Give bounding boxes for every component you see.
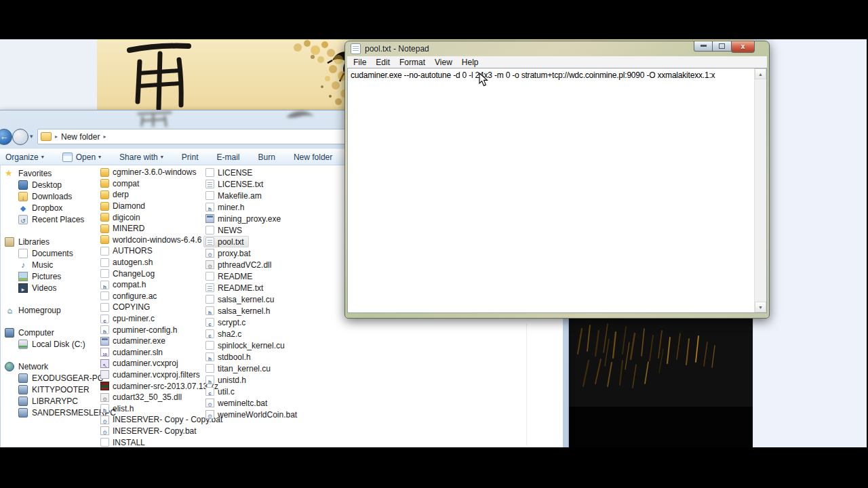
background-pale-panel-left <box>0 39 97 110</box>
sidebar-item[interactable]: Documents <box>1 247 94 259</box>
menu-item[interactable]: Format <box>395 58 430 67</box>
toolbar-button[interactable]: Print <box>182 152 199 162</box>
file-row[interactable]: salsa_kernel.h <box>203 305 275 317</box>
menu-item[interactable]: View <box>430 58 457 67</box>
file-row[interactable]: Diamond <box>98 201 150 212</box>
sidebar-item[interactable]: Favorites <box>1 167 94 179</box>
file-row[interactable]: compat.h <box>98 279 151 291</box>
menu-item[interactable]: Help <box>457 58 484 67</box>
file-row[interactable]: cudaminer.vcxproj <box>98 358 183 369</box>
file-row[interactable]: README <box>203 270 257 282</box>
file-row[interactable]: unistd.h <box>203 374 251 386</box>
file-row[interactable]: worldcoin-windows-6.4.6 <box>98 235 206 246</box>
sidebar-item[interactable]: Computer <box>1 327 94 338</box>
file-row[interactable]: cpu-miner.c <box>98 313 159 325</box>
sidebar-item[interactable]: SANDERSMESLERPC <box>1 407 94 418</box>
notepad-text-line: cudaminer.exe --no-autotune -d 0 -l 24x3… <box>351 70 751 80</box>
toolbar-button[interactable]: Share with ▾ <box>119 152 163 162</box>
file-row[interactable]: AUTHORS <box>98 245 157 257</box>
sidebar-item[interactable]: Videos <box>1 282 94 293</box>
file-row[interactable]: wemineWorldCoin.bat <box>203 409 302 420</box>
sidebar-item[interactable]: Libraries <box>1 236 94 247</box>
c-file-icon <box>205 318 214 327</box>
notepad-icon <box>351 43 361 54</box>
file-row[interactable]: configure.ac <box>98 291 161 302</box>
sidebar-item[interactable]: Desktop <box>1 179 94 190</box>
file-row[interactable]: util.c <box>203 386 239 397</box>
sidebar-item[interactable]: EXODUSGEAR-PC <box>1 372 94 384</box>
minimize-button[interactable] <box>694 41 713 52</box>
sidebar-item[interactable]: Local Disk (C:) <box>1 338 94 350</box>
folder-icon <box>100 202 109 211</box>
file-row[interactable]: LICENSE <box>203 167 257 178</box>
plain-file-icon <box>100 438 109 447</box>
file-row[interactable]: stdbool.h <box>203 351 256 363</box>
plain-file-icon <box>100 247 109 256</box>
menu-item[interactable]: Edit <box>371 58 395 67</box>
pane-separator <box>526 323 527 445</box>
file-row[interactable]: proxy.bat <box>203 247 255 259</box>
file-row[interactable]: mining_proxy.exe <box>203 213 285 224</box>
file-row[interactable]: cudaminer.exe <box>98 336 170 347</box>
pc-icon <box>18 385 28 394</box>
file-row[interactable]: salsa_kernel.cu <box>203 293 279 305</box>
sidebar-item[interactable]: Recent Places <box>1 214 94 225</box>
toolbar-button[interactable]: New folder <box>294 152 332 162</box>
toolbar-button[interactable]: Burn <box>258 152 275 162</box>
vertical-scrollbar[interactable]: ▲ ▼ <box>754 68 766 312</box>
sidebar-item[interactable]: Homegroup <box>1 304 94 316</box>
file-row[interactable]: spinlock_kernel.cu <box>203 340 290 351</box>
file-row[interactable]: pthreadVC2.dll <box>203 259 276 270</box>
sidebar-item[interactable]: Network <box>1 361 94 372</box>
file-row[interactable]: cgminer-3.6.0-windows <box>98 167 201 178</box>
file-row[interactable]: LICENSE.txt <box>203 178 268 190</box>
file-row[interactable]: elist.h <box>98 403 138 414</box>
file-row[interactable]: COPYING <box>98 302 155 313</box>
recent-pages-dropdown[interactable]: ▾ <box>30 133 33 140</box>
file-row[interactable]: INESERVER- Copy.bat <box>98 426 201 437</box>
file-row[interactable]: MINERD <box>98 223 149 235</box>
sidebar-item[interactable]: Dropbox <box>1 202 94 214</box>
sidebar-item[interactable]: Pictures <box>1 270 94 282</box>
toolbar-button[interactable]: Organize ▾ <box>5 152 44 162</box>
file-row[interactable]: README.txt <box>203 282 268 293</box>
file-row[interactable]: titan_kernel.cu <box>203 363 275 374</box>
file-row[interactable]: miner.h <box>203 201 249 213</box>
sidebar-item[interactable]: Downloads <box>1 190 94 202</box>
close-button[interactable]: x <box>731 41 755 53</box>
file-row[interactable]: cudaminer.vcxproj.filters <box>98 369 205 381</box>
file-row[interactable]: cudart32_50_35.dll <box>98 392 186 403</box>
scroll-up-arrow-icon[interactable]: ▲ <box>755 68 766 79</box>
back-button[interactable]: ← <box>0 129 12 145</box>
file-row[interactable]: sha2.c <box>203 328 246 340</box>
sidebar-item[interactable]: KITTYPOOTER <box>1 384 94 395</box>
file-row[interactable]: Makefile.am <box>203 190 267 201</box>
toolbar-button[interactable]: E-mail <box>217 152 240 162</box>
file-row[interactable]: INSTALL <box>98 436 150 447</box>
notepad-window: pool.txt - Notepad x File Edit Format Vi… <box>344 41 770 319</box>
sidebar-item[interactable]: Music <box>1 259 94 270</box>
file-row[interactable]: cpuminer-config.h <box>98 324 182 336</box>
file-row[interactable]: ChangeLog <box>98 268 159 279</box>
file-row[interactable]: derp <box>98 189 134 201</box>
file-row[interactable]: autogen.sh <box>98 257 157 268</box>
notepad-text-area[interactable]: cudaminer.exe --no-autotune -d 0 -l 24x3… <box>347 68 767 313</box>
maximize-button[interactable] <box>713 41 731 52</box>
file-row[interactable]: wemineltc.bat <box>203 397 272 409</box>
scroll-down-arrow-icon[interactable]: ▼ <box>755 302 766 312</box>
file-row[interactable]: digicoin <box>98 211 145 223</box>
file-row[interactable]: compat <box>98 178 144 190</box>
dll-file-icon <box>100 393 109 402</box>
file-row[interactable]: scrypt.c <box>203 317 250 328</box>
file-row[interactable]: cudaminer.sln <box>98 347 167 359</box>
menu-item[interactable]: File <box>349 58 371 67</box>
file-row[interactable]: NEWS <box>203 224 247 236</box>
sidebar-item[interactable]: LIBRARYPC <box>1 395 94 407</box>
breadcrumb-path[interactable]: New folder <box>61 132 100 142</box>
forward-button[interactable] <box>12 129 28 145</box>
network-icon <box>5 362 14 371</box>
file-row[interactable]: pool.txt <box>203 236 249 247</box>
homegroup-icon <box>5 306 14 315</box>
txt-file-icon <box>205 237 214 246</box>
toolbar-button[interactable]: Open ▾ <box>62 152 101 162</box>
